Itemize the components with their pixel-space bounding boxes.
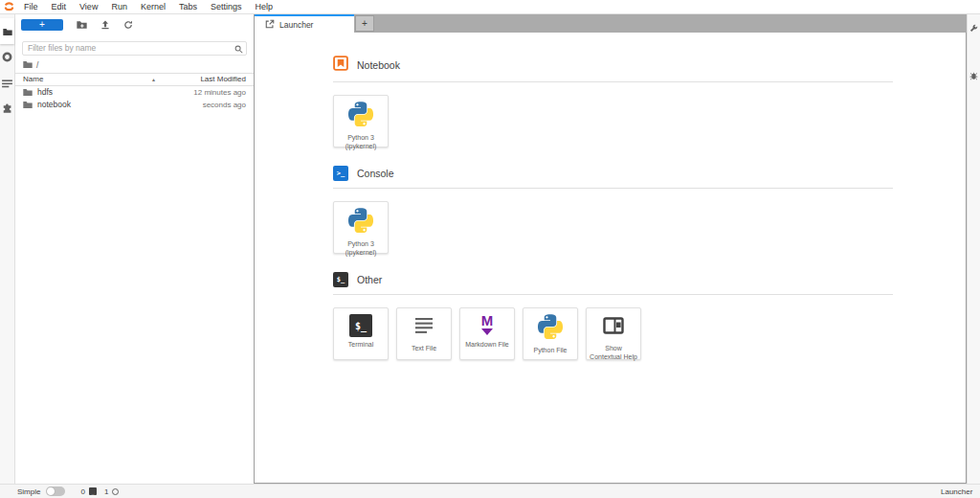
search-icon bbox=[234, 40, 243, 57]
card-label: Text File bbox=[410, 344, 438, 352]
card-label: Markdown File bbox=[463, 340, 511, 349]
menu-view[interactable]: View bbox=[73, 2, 104, 11]
file-name: notebook bbox=[37, 100, 203, 109]
new-folder-icon[interactable] bbox=[77, 20, 87, 30]
sidebar-tab-table-of-contents[interactable] bbox=[0, 70, 14, 96]
contextual-help-icon bbox=[602, 314, 625, 341]
launcher-card-terminal[interactable]: $_ Terminal bbox=[333, 307, 389, 360]
file-name: hdfs bbox=[37, 87, 193, 97]
python-logo-icon bbox=[348, 102, 373, 130]
menu-file[interactable]: File bbox=[17, 2, 45, 11]
python-logo-icon bbox=[538, 314, 563, 343]
main-tab-bar: Launcher + bbox=[255, 14, 967, 33]
card-label: Python File bbox=[531, 346, 568, 354]
tab-launcher[interactable]: Launcher bbox=[255, 14, 354, 33]
jupyterlab-app: File Edit View Run Kernel Tabs Settings … bbox=[0, 0, 980, 498]
new-tab-button[interactable]: + bbox=[355, 15, 374, 32]
debugger-bug-icon[interactable] bbox=[969, 67, 978, 84]
terminals-count[interactable]: 0 bbox=[80, 487, 84, 496]
file-row-notebook[interactable]: notebook seconds ago bbox=[15, 99, 254, 111]
left-activity-bar bbox=[0, 14, 15, 484]
console-icon: >_ bbox=[333, 166, 348, 181]
sidebar-tab-file-browser[interactable] bbox=[0, 18, 14, 44]
launcher-section-notebook: Notebook Python 3 (ipykernel) bbox=[333, 56, 893, 147]
card-label: Show Contextual Help bbox=[587, 344, 640, 361]
launcher-section-console: >_ Console Python 3 (ipykernel) bbox=[333, 166, 893, 254]
launcher-card-python-file[interactable]: Python File bbox=[523, 307, 578, 360]
card-label: Terminal bbox=[346, 340, 375, 349]
main-dock-panel: Launcher + Notebook bbox=[254, 14, 967, 484]
status-bar: Simple 0 _ 1 Launcher bbox=[0, 484, 980, 498]
terminal-icon: $_ bbox=[333, 272, 348, 287]
file-list-header: Name ▲ Last Modified bbox=[15, 73, 254, 86]
menu-kernel[interactable]: Kernel bbox=[134, 2, 172, 11]
filter-files-input[interactable] bbox=[22, 41, 247, 56]
menu-help[interactable]: Help bbox=[248, 2, 279, 11]
kernel-status-icon[interactable] bbox=[112, 488, 119, 495]
active-panel-label: Launcher bbox=[941, 487, 972, 496]
launcher-card-markdown-file[interactable]: M Markdown File bbox=[459, 307, 515, 360]
menu-run[interactable]: Run bbox=[104, 2, 134, 11]
folder-icon bbox=[3, 23, 12, 40]
simple-mode-toggle[interactable] bbox=[46, 487, 65, 496]
markdown-icon: M bbox=[476, 314, 499, 337]
launcher-tab-icon bbox=[265, 19, 275, 31]
menu-tabs[interactable]: Tabs bbox=[172, 2, 204, 11]
right-activity-bar bbox=[967, 14, 980, 484]
upload-icon[interactable] bbox=[100, 20, 110, 30]
section-title-notebook: Notebook bbox=[357, 59, 400, 71]
section-title-other: Other bbox=[357, 274, 382, 285]
terminal-status-icon[interactable]: _ bbox=[89, 487, 97, 495]
running-circle-icon bbox=[2, 49, 12, 66]
file-row-hdfs[interactable]: hdfs 12 minutes ago bbox=[15, 86, 254, 99]
new-launcher-button[interactable]: + bbox=[21, 19, 63, 31]
breadcrumb: / bbox=[15, 57, 254, 73]
sidebar-tab-running-sessions[interactable] bbox=[0, 44, 14, 70]
launcher-card-notebook-python3[interactable]: Python 3 (ipykernel) bbox=[333, 95, 389, 147]
text-file-icon bbox=[412, 314, 435, 341]
property-inspector-icon[interactable] bbox=[969, 19, 978, 36]
filter-box bbox=[22, 37, 247, 56]
column-header-name[interactable]: Name bbox=[23, 75, 151, 83]
folder-icon bbox=[23, 101, 33, 109]
python-logo-icon bbox=[348, 208, 373, 237]
kernels-count[interactable]: 1 bbox=[104, 487, 108, 496]
sort-ascending-icon[interactable]: ▲ bbox=[151, 77, 156, 82]
section-title-console: Console bbox=[357, 168, 394, 179]
file-browser-toolbar: + bbox=[15, 14, 254, 34]
file-modified: seconds ago bbox=[203, 101, 246, 109]
sidebar-tab-extensions[interactable] bbox=[0, 96, 14, 122]
toggle-knob bbox=[47, 487, 55, 495]
launcher-card-console-python3[interactable]: Python 3 (ipykernel) bbox=[333, 201, 389, 254]
tab-label: Launcher bbox=[279, 20, 313, 30]
launcher-panel: Notebook Python 3 (ipykernel) bbox=[255, 33, 967, 484]
file-browser-panel: + / bbox=[15, 14, 254, 484]
home-folder-icon[interactable] bbox=[23, 60, 33, 71]
launcher-section-other: $_ Other $_ Terminal bbox=[333, 272, 893, 360]
jupyter-logo-icon bbox=[0, 1, 17, 12]
menu-settings[interactable]: Settings bbox=[204, 2, 249, 11]
terminal-icon: $_ bbox=[349, 314, 372, 337]
puzzle-icon bbox=[2, 101, 12, 118]
refresh-icon[interactable] bbox=[123, 20, 133, 30]
launcher-card-show-contextual-help[interactable]: Show Contextual Help bbox=[586, 307, 641, 360]
notebook-icon bbox=[333, 56, 348, 75]
simple-mode-label: Simple bbox=[17, 487, 40, 496]
card-label: Python 3 (ipykernel) bbox=[334, 239, 388, 257]
breadcrumb-path: / bbox=[36, 60, 38, 70]
folder-icon bbox=[23, 88, 33, 97]
menu-edit[interactable]: Edit bbox=[45, 2, 74, 11]
column-header-last-modified[interactable]: Last Modified bbox=[169, 75, 246, 83]
menu-bar: File Edit View Run Kernel Tabs Settings … bbox=[0, 0, 980, 14]
launcher-card-text-file[interactable]: Text File bbox=[396, 307, 452, 360]
file-modified: 12 minutes ago bbox=[193, 88, 246, 97]
list-icon bbox=[2, 75, 12, 92]
card-label: Python 3 (ipykernel) bbox=[334, 133, 388, 150]
